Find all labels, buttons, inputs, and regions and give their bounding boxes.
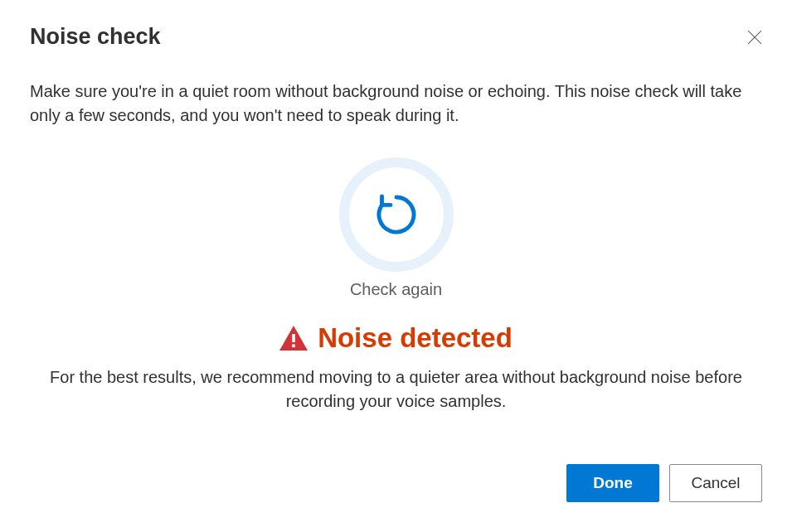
retry-icon [373, 191, 420, 238]
check-again-label: Check again [350, 280, 442, 299]
noise-check-dialog: Noise check Make sure you're in a quiet … [0, 0, 792, 532]
cancel-button[interactable]: Cancel [669, 464, 762, 502]
alert-section: Noise detected For the best results, we … [30, 324, 762, 414]
alert-title: Noise detected [318, 324, 513, 351]
close-button[interactable] [742, 25, 767, 50]
dialog-description: Make sure you're in a quiet room without… [30, 80, 751, 128]
check-again-button[interactable] [339, 157, 454, 272]
alert-message: For the best results, we recommend movin… [30, 365, 762, 414]
svg-rect-3 [292, 344, 295, 347]
done-button[interactable]: Done [566, 464, 659, 502]
alert-header: Noise detected [279, 324, 513, 351]
dialog-header: Noise check [30, 23, 762, 50]
close-icon [747, 30, 762, 45]
warning-icon [279, 326, 308, 351]
retry-section: Check again [30, 157, 762, 299]
svg-rect-2 [292, 334, 295, 342]
dialog-title: Noise check [30, 23, 161, 50]
dialog-footer: Done Cancel [566, 464, 762, 502]
